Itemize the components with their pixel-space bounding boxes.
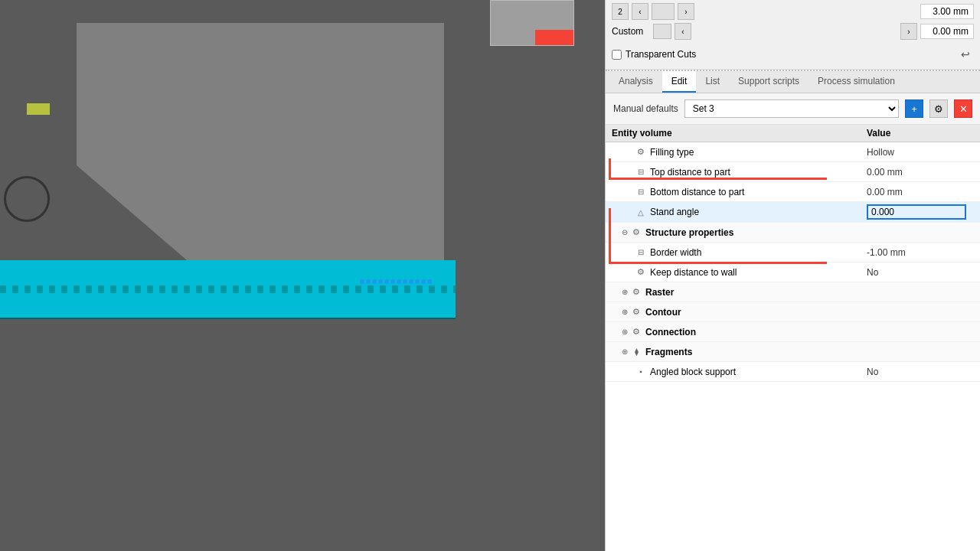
circle-element (4, 176, 50, 222)
custom-value: 0.00 mm (920, 24, 974, 39)
contour-name: Contour (645, 307, 867, 318)
fragments-icon (630, 346, 642, 358)
tree-row-bottom-distance[interactable]: ⊟ Bottom distance to part 0.00 mm (606, 182, 980, 202)
nav-square[interactable] (652, 3, 675, 20)
stand-angle-value-container (867, 204, 974, 220)
raster-expand-btn[interactable] (619, 287, 630, 298)
tab-support-scripts[interactable]: Support scripts (729, 71, 808, 93)
tree-row-structure-properties[interactable]: Structure properties (606, 223, 980, 243)
tree-row-keep-distance[interactable]: Keep distance to wall No (606, 262, 980, 282)
3d-shape-main (77, 23, 444, 260)
top-distance-value: 0.00 mm (867, 167, 974, 178)
stand-angle-icon (635, 206, 647, 218)
transparent-cuts-row: Transparent Cuts ↩ (612, 43, 974, 66)
tab-list[interactable]: List (696, 71, 729, 93)
blue-dots-row (360, 279, 432, 284)
bottom-distance-icon: ⊟ (635, 186, 647, 198)
3d-shape-pattern (0, 285, 456, 293)
structure-properties-collapse-btn[interactable] (619, 227, 630, 238)
tree-row-angled-block[interactable]: Angled block support No (606, 362, 980, 382)
connection-icon (630, 326, 642, 338)
stand-angle-name: Stand angle (650, 207, 867, 217)
tree-row-connection[interactable]: Connection (606, 322, 980, 342)
contour-expand-btn[interactable] (619, 307, 630, 318)
tree-row-stand-angle[interactable]: Stand angle (606, 202, 980, 223)
transparent-cuts-label: Transparent Cuts (612, 49, 696, 60)
transparent-cuts-checkbox[interactable] (612, 50, 622, 60)
tree-header: Entity volume Value (606, 125, 980, 142)
tree-row-filling-type[interactable]: Filling type Hollow (606, 142, 980, 162)
angled-block-name: Angled block support (650, 367, 867, 377)
angled-block-value: No (867, 367, 974, 377)
tree-row-border-width[interactable]: ⊟ Border width -1.00 mm (606, 243, 980, 262)
close-button[interactable]: ✕ (954, 99, 972, 118)
connection-name: Connection (645, 327, 867, 337)
set-select[interactable]: Set 3 (684, 99, 899, 118)
right-panel: 2 ‹ › 3.00 mm Custom ‹ › 0.00 mm Transpa… (605, 0, 980, 551)
custom-prev[interactable]: ‹ (675, 23, 691, 40)
top-distance-icon: ⊟ (635, 166, 647, 178)
filling-type-value: Hollow (867, 147, 974, 158)
tree-table: Entity volume Value Filling type Hollow … (606, 125, 980, 551)
custom-square (653, 24, 671, 39)
page-num: 2 (612, 3, 629, 20)
tab-analysis[interactable]: Analysis (609, 71, 662, 93)
keep-distance-name: Keep distance to wall (650, 267, 867, 278)
settings-button[interactable]: ⚙ (929, 99, 948, 118)
col-header-value: Value (867, 128, 974, 139)
border-width-name: Border width (650, 247, 867, 258)
mini-viewport (490, 0, 574, 46)
undo-button[interactable]: ↩ (957, 46, 974, 63)
top-toolbar: 2 ‹ › 3.00 mm Custom ‹ › 0.00 mm Transpa… (606, 0, 980, 70)
fragments-expand-btn[interactable] (619, 347, 630, 357)
top-distance-name: Top distance to part (650, 167, 867, 178)
manual-defaults-label: Manual defaults (613, 103, 678, 114)
tree-row-raster[interactable]: Raster (606, 282, 980, 302)
structure-properties-icon (630, 227, 642, 239)
border-width-value: -1.00 mm (867, 247, 974, 258)
annotation-line-top (609, 178, 827, 180)
keep-distance-icon (635, 266, 647, 279)
structure-properties-name: Structure properties (645, 227, 867, 238)
border-width-icon: ⊟ (635, 246, 647, 259)
tree-row-contour[interactable]: Contour (606, 302, 980, 322)
tabs-container: Analysis Edit List Support scripts Proce… (606, 71, 980, 93)
prev-btn[interactable]: ‹ (632, 3, 648, 20)
annotation-line-left-bottom (609, 208, 611, 264)
annotation-line-left-top (609, 158, 611, 180)
nav-row: 2 ‹ › 3.00 mm (612, 3, 974, 20)
stand-angle-input[interactable] (867, 204, 966, 220)
custom-next[interactable]: › (900, 23, 917, 40)
tab-process-simulation[interactable]: Process simulation (808, 71, 904, 93)
tab-edit[interactable]: Edit (662, 71, 697, 93)
annotation-line-bottom (609, 262, 827, 264)
add-set-button[interactable]: + (905, 99, 923, 118)
raster-name: Raster (645, 287, 867, 298)
contour-icon (630, 306, 642, 318)
3d-shape-bottom-stripe (0, 318, 456, 319)
yellow-element (27, 103, 50, 115)
fragments-name: Fragments (645, 347, 867, 357)
bottom-distance-name: Bottom distance to part (650, 187, 867, 197)
nav-value: 3.00 mm (920, 4, 974, 19)
connection-expand-btn[interactable] (619, 327, 630, 337)
angled-block-icon (635, 366, 647, 378)
filling-type-icon (635, 146, 647, 158)
custom-label: Custom (612, 26, 650, 37)
bottom-distance-value: 0.00 mm (867, 187, 974, 197)
filling-type-name: Filling type (650, 147, 867, 158)
raster-icon (630, 286, 642, 298)
3d-viewport[interactable]: ✕ (0, 0, 605, 551)
manual-defaults-row: Manual defaults Set 3 + ⚙ ✕ (606, 93, 980, 125)
next-btn[interactable]: › (678, 3, 694, 20)
custom-row: Custom ‹ › 0.00 mm (612, 23, 974, 40)
transparent-cuts-text: Transparent Cuts (626, 49, 696, 60)
col-header-name: Entity volume (612, 128, 867, 139)
tree-row-fragments[interactable]: Fragments (606, 342, 980, 362)
keep-distance-value: No (867, 267, 974, 278)
